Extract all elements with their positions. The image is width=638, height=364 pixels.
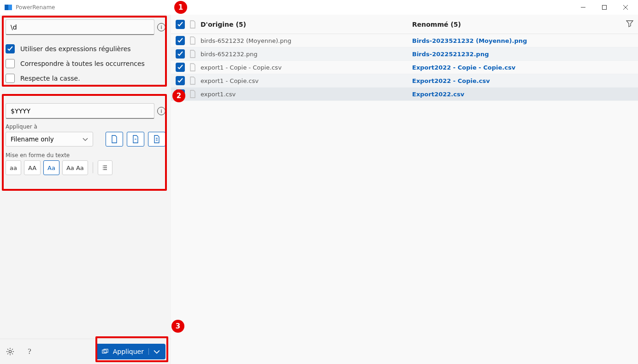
text-format-label: Mise en forme du texte: [0, 152, 171, 159]
checkbox-case-label: Respecte la casse.: [20, 75, 80, 82]
filter-icon[interactable]: [626, 20, 633, 29]
info-icon[interactable]: i: [157, 107, 165, 115]
include-subfolders-button[interactable]: [148, 132, 165, 147]
include-files-button[interactable]: [106, 132, 123, 147]
row-checkbox[interactable]: [176, 89, 185, 99]
original-name: birds-6521232 (Moyenne).png: [201, 37, 291, 44]
apply-button-label: Appliquer: [113, 348, 144, 355]
apply-to-select[interactable]: Filename only: [6, 132, 93, 147]
checkbox-all-occurrences-label: Correspondre à toutes les occurrences: [20, 60, 145, 67]
renamed-name: Export2022.csv: [412, 91, 633, 98]
table-row[interactable]: export1 - Copie.csv Export2022 - Copie.c…: [171, 74, 638, 88]
file-icon: [189, 36, 196, 45]
svg-rect-0: [603, 6, 607, 10]
format-enumerate-button[interactable]: [98, 160, 112, 175]
check-icon: [6, 44, 15, 53]
checkbox-icon: [6, 59, 15, 68]
svg-rect-3: [104, 349, 108, 352]
format-capitalize-button[interactable]: Aa Aa: [62, 160, 88, 175]
svg-rect-2: [102, 350, 106, 353]
format-lowercase-button[interactable]: aa: [6, 160, 21, 175]
row-checkbox[interactable]: [176, 49, 185, 59]
apply-icon: [102, 348, 108, 355]
format-uppercase-button[interactable]: AA: [24, 160, 41, 175]
file-icon: [189, 50, 196, 58]
checkbox-case[interactable]: Respecte la casse.: [6, 71, 165, 86]
column-renamed-header: Renommé (5): [412, 21, 461, 28]
file-icon: [189, 90, 196, 98]
gear-icon[interactable]: [6, 347, 15, 356]
table-row[interactable]: export1 - Copie - Copie.csv Export2022 -…: [171, 61, 638, 74]
row-checkbox[interactable]: [176, 36, 185, 45]
table-row[interactable]: birds-6521232 (Moyenne).png Birds-202352…: [171, 34, 638, 47]
column-original-header: D'origine (5): [201, 21, 246, 28]
apply-dropdown[interactable]: [148, 348, 160, 355]
window-minimize-button[interactable]: [573, 0, 594, 15]
sidebar: i Utiliser des expressions régulières Co…: [0, 15, 171, 364]
file-icon: [189, 20, 196, 29]
titlebar: PowerRename: [0, 0, 638, 15]
original-name: birds-6521232.png: [201, 51, 257, 58]
select-all-checkbox[interactable]: [176, 20, 185, 29]
app-title: PowerRename: [16, 4, 55, 11]
divider: [93, 162, 93, 173]
window-close-button[interactable]: [615, 0, 636, 15]
search-input[interactable]: [6, 19, 154, 35]
list-header: D'origine (5) Renommé (5): [171, 15, 638, 34]
format-titlecase-button[interactable]: Aa: [43, 160, 59, 175]
replace-input[interactable]: [6, 103, 154, 119]
file-icon: [189, 63, 196, 71]
original-name: export1.csv: [201, 91, 236, 98]
file-list-panel: D'origine (5) Renommé (5) birds-6521232 …: [171, 15, 638, 364]
help-icon[interactable]: ?: [25, 347, 34, 356]
checkbox-icon: [6, 74, 15, 83]
apply-to-label: Appliquer à: [0, 123, 171, 130]
renamed-name: Birds-2022521232.png: [412, 51, 633, 58]
chevron-down-icon: [83, 136, 88, 142]
renamed-name: Export2022 - Copie - Copie.csv: [412, 64, 633, 71]
renamed-name: Birds-2023521232 (Moyenne).png: [412, 37, 633, 44]
table-row[interactable]: birds-6521232.png Birds-2022521232.png: [171, 47, 638, 61]
row-checkbox[interactable]: [176, 76, 185, 85]
include-folders-button[interactable]: [127, 132, 144, 147]
checkbox-regex-label: Utiliser des expressions régulières: [20, 45, 131, 53]
checkbox-all-occurrences[interactable]: Correspondre à toutes les occurrences: [6, 56, 165, 71]
checkbox-regex[interactable]: Utiliser des expressions régulières: [6, 41, 165, 56]
apply-button[interactable]: Appliquer: [95, 344, 165, 359]
app-icon: [5, 5, 12, 10]
original-name: export1 - Copie.csv: [201, 77, 259, 84]
original-name: export1 - Copie - Copie.csv: [201, 64, 282, 71]
info-icon[interactable]: i: [157, 23, 165, 31]
file-icon: [189, 76, 196, 85]
row-checkbox[interactable]: [176, 63, 185, 72]
renamed-name: Export2022 - Copie.csv: [412, 77, 633, 84]
apply-to-value: Filename only: [11, 135, 54, 143]
chevron-down-icon: [154, 348, 160, 355]
window-maximize-button[interactable]: [594, 0, 615, 15]
svg-point-1: [9, 350, 11, 352]
table-row[interactable]: export1.csv Export2022.csv: [171, 88, 638, 101]
